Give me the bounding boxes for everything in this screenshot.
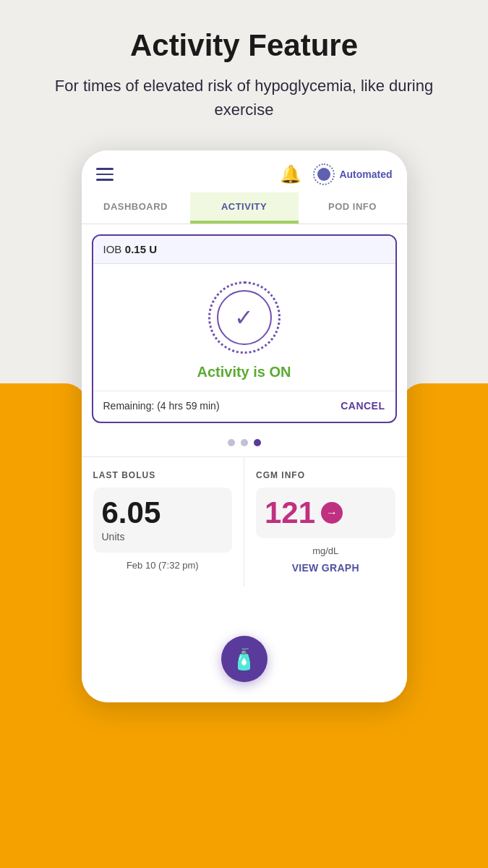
bell-icon[interactable]: 🔔 — [280, 164, 301, 184]
activity-content: ✓ Activity is ON — [93, 264, 395, 391]
activity-circle-inner: ✓ — [217, 290, 272, 345]
page-title: Activity Feature — [29, 29, 459, 62]
activity-card: IOB 0.15 U ✓ Activity is ON Remaining: (… — [92, 234, 397, 423]
tab-activity[interactable]: ACTIVITY — [190, 192, 299, 224]
view-graph-button[interactable]: VIEW GRAPH — [256, 562, 395, 574]
pod-icon: 🧴 — [231, 647, 257, 671]
iob-label: IOB — [103, 243, 122, 255]
automated-circle-inner — [317, 168, 330, 181]
iob-bar: IOB 0.15 U — [93, 236, 395, 264]
dot-2 — [241, 439, 248, 446]
page-dots — [82, 433, 407, 456]
tab-bar: DASHBOARD ACTIVITY POD INFO — [82, 192, 407, 224]
activity-footer: Remaining: (4 hrs 59 min) CANCEL — [93, 391, 395, 422]
automated-label: Automated — [339, 169, 392, 180]
dot-3 — [254, 439, 261, 446]
last-bolus-col: LAST BOLUS 6.05 Units Feb 10 (7:32 pm) — [82, 457, 245, 587]
remaining-text: Remaining: (4 hrs 59 min) — [103, 400, 220, 412]
cgm-unit: mg/dL — [256, 545, 395, 556]
fab-button[interactable]: 🧴 — [221, 636, 267, 682]
automated-badge: Automated — [313, 163, 392, 185]
bolus-unit: Units — [102, 531, 224, 542]
bolus-value-box: 6.05 Units — [93, 488, 233, 553]
tab-dashboard[interactable]: DASHBOARD — [82, 192, 190, 224]
cgm-arrow-icon: → — [321, 502, 343, 524]
phone-mockup: 🔔 Automated DASHBOARD ACTIVITY POD INFO — [82, 150, 407, 702]
cgm-value-box: 121 → — [256, 488, 395, 538]
page-subtitle: For times of elevated risk of hypoglycem… — [29, 74, 459, 122]
cgm-col: CGM INFO 121 → mg/dL VIEW GRAPH — [244, 457, 407, 587]
cancel-button[interactable]: CANCEL — [341, 400, 385, 412]
iob-value: 0.15 U — [125, 243, 157, 255]
activity-status: Activity is ON — [197, 364, 291, 380]
cgm-value: 121 — [265, 498, 315, 528]
bolus-value: 6.05 — [102, 498, 224, 528]
checkmark-icon: ✓ — [234, 304, 254, 331]
tab-pod-info[interactable]: POD INFO — [299, 192, 407, 224]
automated-circle-icon — [313, 163, 335, 185]
cgm-label: CGM INFO — [256, 470, 395, 480]
bolus-date: Feb 10 (7:32 pm) — [93, 560, 233, 571]
last-bolus-label: LAST BOLUS — [93, 470, 233, 480]
phone-bottom: 🧴 — [82, 587, 407, 702]
activity-circle-icon: ✓ — [208, 281, 281, 354]
app-header: 🔔 Automated — [82, 150, 407, 192]
dot-1 — [228, 439, 235, 446]
info-section: LAST BOLUS 6.05 Units Feb 10 (7:32 pm) C… — [82, 456, 407, 587]
hamburger-menu[interactable] — [96, 168, 114, 181]
